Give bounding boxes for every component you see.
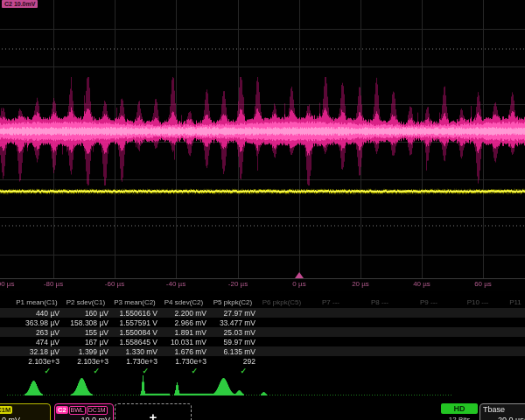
param-value: 2.103e+3	[61, 357, 110, 366]
time-axis-label: 0 µs	[292, 280, 305, 288]
param-header[interactable]: P8 ---	[355, 298, 404, 306]
param-value: 32.18 µV	[12, 347, 61, 356]
trace-corner-label: C2 10.0mV	[2, 0, 38, 8]
param-header[interactable]: P6 pkpk(C5)	[257, 298, 306, 306]
descriptor-bar: DC1M 20.0 mV C2 BWL DC1M 10.0 mV + HD 12…	[0, 402, 525, 420]
param-header[interactable]: P2 sdev(C1)	[61, 298, 110, 306]
plus-icon: +	[150, 410, 158, 420]
param-value: 363.98 µV	[12, 318, 61, 327]
time-axis-label: -80 µs	[44, 280, 63, 288]
param-header[interactable]: P4 sdev(C2)	[159, 298, 208, 306]
c2-channel-badge: C2	[56, 406, 68, 414]
param-status-check: ✓	[110, 367, 159, 375]
param-header[interactable]: P10 ---	[453, 298, 502, 306]
hd-mode-badge[interactable]: HD	[441, 403, 478, 414]
param-value: 59.97 mV	[208, 338, 257, 346]
param-value: 6.135 mV	[208, 347, 257, 356]
param-header[interactable]: P5 pkpk(C2)	[208, 298, 257, 306]
histicon-strip[interactable]	[0, 374, 525, 401]
c1-scale: 20.0 mV	[0, 416, 20, 420]
param-value: 25.03 mV	[208, 328, 257, 337]
c2-bandwidth-badge: BWL	[69, 406, 86, 415]
timebase-box[interactable]: Tbase 20.0 µs/div	[480, 403, 525, 420]
param-value: 440 µV	[12, 309, 61, 318]
param-status-check: ✓	[208, 367, 257, 375]
param-value: 167 µV	[61, 338, 110, 346]
trigger-position-marker[interactable]	[295, 272, 304, 278]
time-axis-label: -100 µs	[0, 280, 14, 288]
param-value: 263 µV	[12, 328, 61, 337]
time-axis-label: -60 µs	[105, 280, 124, 288]
time-axis-label: -40 µs	[166, 280, 186, 288]
param-value: 2.103e+3	[12, 357, 61, 366]
param-value: 1.891 mV	[159, 328, 208, 337]
param-value: 2.966 mV	[159, 318, 208, 327]
param-value: 158.308 µV	[61, 318, 110, 327]
param-value: 160 µV	[61, 309, 110, 318]
time-axis-label: 20 µs	[352, 280, 369, 288]
hd-bits-label: 12 Bits	[441, 416, 478, 420]
param-header[interactable]: P3 mean(C2)	[110, 298, 159, 306]
c1-descriptor-box[interactable]: DC1M 20.0 mV	[0, 403, 51, 420]
param-status-check: ✓	[159, 367, 208, 375]
param-header[interactable]: P1 mean(C1)	[12, 298, 61, 306]
c2-coupling-badge: DC1M	[87, 406, 108, 415]
param-header[interactable]: P7 ---	[306, 298, 355, 306]
c1-coupling-badge: DC1M	[0, 406, 12, 414]
param-value: 1.730e+3	[110, 357, 159, 366]
param-header[interactable]: P11	[502, 298, 525, 306]
measurement-table: P1 mean(C1)P2 sdev(C1)P3 mean(C2)P4 sdev…	[0, 297, 525, 375]
param-value: 1.550084 V	[110, 328, 159, 337]
param-status-check: ✓	[12, 367, 61, 375]
param-status-check: ✓	[61, 367, 110, 375]
waveform-display[interactable]	[0, 0, 525, 291]
timebase-label: Tbase	[480, 404, 525, 414]
param-value: 2.200 mV	[159, 309, 208, 318]
param-value: 1.399 µV	[61, 347, 110, 356]
param-header[interactable]: P9 ---	[404, 298, 453, 306]
time-axis: -100 µs-80 µs-60 µs-40 µs-20 µs0 µs20 µs…	[0, 280, 525, 291]
param-value: 27.97 mV	[208, 309, 257, 318]
param-value: 33.477 mV	[208, 318, 257, 327]
time-axis-label: 40 µs	[413, 280, 430, 288]
param-value: 1.330 mV	[110, 347, 159, 356]
param-value: 292	[208, 357, 257, 366]
param-value: 10.031 mV	[159, 338, 208, 346]
param-value: 1.676 mV	[159, 347, 208, 356]
param-value: 474 µV	[12, 338, 61, 346]
time-axis-label: 60 µs	[474, 280, 492, 288]
c2-scale: 10.0 mV	[55, 416, 113, 420]
param-value: 1.558645 V	[110, 338, 159, 346]
param-value: 1.550616 V	[110, 309, 159, 318]
add-trace-button[interactable]: +	[115, 403, 192, 420]
param-value: 1.557591 V	[110, 318, 159, 327]
param-value: 155 µV	[61, 328, 110, 337]
oscilloscope-screen: C2 10.0mV -100 µs-80 µs-60 µs-40 µs-20 µ…	[0, 0, 525, 420]
timebase-scale: 20.0 µs/div	[480, 414, 525, 420]
param-value: 1.730e+3	[159, 357, 208, 366]
c2-descriptor-box[interactable]: C2 BWL DC1M 10.0 mV	[54, 403, 114, 420]
time-axis-label: -20 µs	[228, 280, 248, 288]
